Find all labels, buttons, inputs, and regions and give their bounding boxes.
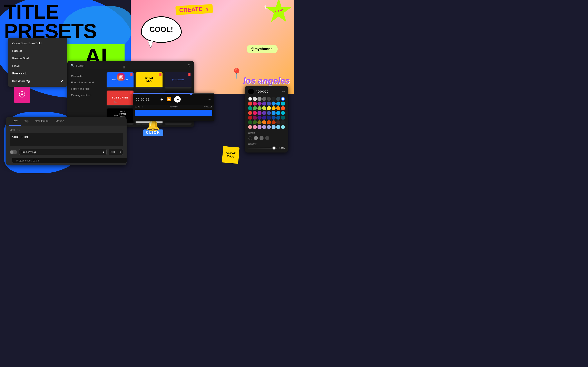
color-darkdeeppurple[interactable] — [262, 116, 266, 120]
color-darkyellow[interactable] — [262, 120, 266, 124]
color-orange[interactable] — [276, 106, 280, 110]
color-purple2[interactable] — [258, 111, 261, 115]
color-darkorange[interactable] — [267, 120, 271, 124]
color-darkcyan[interactable] — [281, 116, 285, 120]
other-color-dot-3[interactable] — [265, 136, 269, 140]
color-darklightgreen[interactable] — [253, 120, 257, 124]
edit-icon[interactable]: ✏ — [282, 90, 285, 93]
color-white[interactable] — [248, 97, 252, 101]
color-teal[interactable] — [248, 106, 252, 110]
add-color-button[interactable]: + — [248, 136, 252, 140]
more-options-icon[interactable]: ⋯ — [208, 97, 211, 101]
sidebar-item-gaming[interactable]: Gaming and tech — [67, 92, 104, 98]
tab-text[interactable]: Text — [9, 117, 21, 125]
los-angeles-text: los angeles — [243, 76, 290, 86]
color-cyan2[interactable] — [281, 111, 285, 115]
color-lightblue2[interactable] — [276, 111, 280, 115]
color-cyan[interactable] — [281, 101, 285, 106]
color-lightblue4[interactable] — [276, 125, 280, 129]
chevron-down-icon: ▾ — [103, 150, 104, 154]
preset-card-mychannel[interactable]: @my channel — [164, 72, 191, 89]
color-lightred[interactable] — [248, 125, 252, 129]
color-deeppurple2[interactable] — [262, 111, 266, 115]
color-nearblack[interactable] — [272, 97, 276, 101]
color-lightgreen[interactable] — [258, 106, 261, 110]
tab-motion[interactable]: Motion — [52, 117, 67, 125]
color-darkgray[interactable] — [262, 97, 266, 101]
video-progress-bar[interactable] — [133, 93, 214, 94]
sidebar-item-cinematic[interactable]: Cinematic — [67, 73, 104, 79]
color-amber[interactable] — [272, 106, 276, 110]
text-input[interactable]: SUBSCRIBE — [10, 133, 123, 146]
color-darkpurple[interactable] — [258, 116, 261, 120]
color-lime[interactable] — [262, 106, 266, 110]
color-indigo2[interactable] — [267, 111, 271, 115]
color-white-outlined[interactable] — [281, 97, 285, 101]
font-item-panton[interactable]: Panton — [8, 47, 67, 54]
color-darkindigo[interactable] — [267, 116, 271, 120]
color-lightgray[interactable] — [253, 97, 257, 101]
font-item-preslcav-rg[interactable]: Preslcav Rg ✓ — [8, 77, 67, 85]
color-darkblue[interactable] — [272, 116, 276, 120]
tab-clip[interactable]: Clip — [21, 117, 32, 125]
color-darkorange2[interactable] — [272, 120, 276, 124]
timeline-track[interactable] — [135, 110, 212, 116]
search-input[interactable]: Search — [76, 64, 188, 67]
font-item-opensans[interactable]: Open Sans SemiBold — [8, 39, 67, 47]
preset-card-great-idea[interactable]: GREATIDEA! — [136, 72, 163, 89]
color-darkgreen[interactable] — [248, 120, 252, 124]
skip-back-button[interactable]: ⏮ — [160, 97, 164, 101]
sidebar-item-education[interactable]: Education and work — [67, 79, 104, 86]
color-red[interactable] — [248, 101, 252, 106]
opacity-slider[interactable] — [248, 148, 277, 149]
font-item-preslcav-lt[interactable]: Preslcav Lt — [8, 69, 67, 77]
color-deeppurple[interactable] — [262, 101, 266, 106]
other-color-dot-2[interactable] — [259, 136, 264, 140]
color-lightcyan[interactable] — [281, 125, 285, 129]
color-pink2[interactable] — [253, 111, 257, 115]
color-lightpink[interactable] — [253, 125, 257, 129]
preset-card-subscribe[interactable]: SUBSCRIBE — [107, 91, 134, 107]
color-darkpink[interactable] — [253, 116, 257, 120]
color-darkcharcoal[interactable] — [281, 120, 285, 124]
color-pink[interactable] — [253, 101, 257, 106]
color-lightindigo[interactable] — [267, 125, 271, 129]
sort-icon[interactable]: ⇅ — [188, 63, 191, 68]
color-bluegray[interactable] — [276, 97, 280, 101]
other-colors-row: + — [248, 136, 285, 140]
font-item-panton-bold[interactable]: Panton Bold — [8, 54, 67, 62]
sidebar-item-family[interactable]: Family and kids — [67, 86, 104, 92]
color-lightblue[interactable] — [276, 101, 280, 106]
color-charcoal[interactable] — [267, 97, 271, 101]
color-darklime[interactable] — [258, 120, 261, 124]
color-gray[interactable] — [258, 97, 261, 101]
color-purple[interactable] — [258, 101, 261, 106]
play-button[interactable]: ▶ — [174, 96, 181, 103]
color-deeporange[interactable] — [281, 106, 285, 110]
color-blue2[interactable] — [272, 111, 276, 115]
font-size-select[interactable]: 100 ▾ — [109, 149, 123, 155]
great-idea-sticker: GREAT IDEA! — [222, 146, 240, 164]
color-darkbrown[interactable] — [276, 120, 280, 124]
color-blue[interactable] — [272, 101, 276, 106]
other-color-dot-1[interactable] — [254, 136, 258, 140]
tab-new-preset[interactable]: New Preset — [32, 117, 52, 125]
color-red2[interactable] — [248, 111, 252, 115]
color-darkred[interactable] — [248, 116, 252, 120]
other-label: Other: — [248, 132, 285, 134]
download-icon[interactable]: ⬇ — [119, 62, 129, 72]
preset-label — [164, 123, 191, 125]
color-green[interactable] — [253, 106, 257, 110]
color-indigo[interactable] — [267, 101, 271, 106]
color-lightdeeppurple[interactable] — [262, 125, 266, 129]
color-swatch[interactable] — [248, 89, 254, 94]
rewind-button[interactable]: ⏪ — [167, 97, 171, 101]
channel-label-right: @mychannel — [247, 45, 278, 53]
color-yellow[interactable] — [267, 106, 271, 110]
font-item-playb[interactable]: PlayB — [8, 62, 67, 69]
font-select[interactable]: Preslcav Rg ▾ — [19, 149, 107, 155]
color-lightpurple[interactable] — [258, 125, 261, 129]
font-toggle[interactable] — [10, 150, 17, 154]
color-lightblue3[interactable] — [272, 125, 276, 129]
color-darklightblue[interactable] — [276, 116, 280, 120]
